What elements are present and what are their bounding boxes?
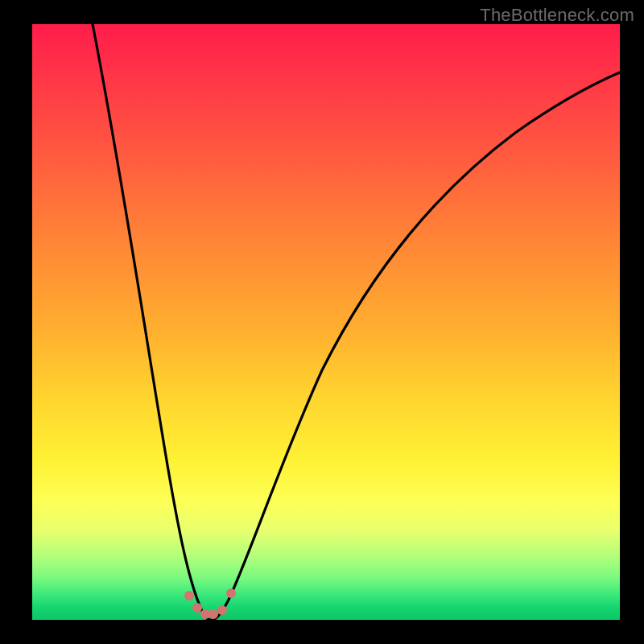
plot-area <box>32 24 620 620</box>
chart-frame: TheBottleneck.com <box>0 0 644 644</box>
bottleneck-curve <box>93 24 620 620</box>
dot <box>226 588 236 598</box>
dot <box>192 603 202 613</box>
bottleneck-curve-svg <box>32 24 620 620</box>
dot <box>217 605 227 615</box>
dot <box>184 591 194 601</box>
trough-dots <box>184 588 236 619</box>
watermark-text: TheBottleneck.com <box>480 5 634 26</box>
dot <box>208 609 218 619</box>
